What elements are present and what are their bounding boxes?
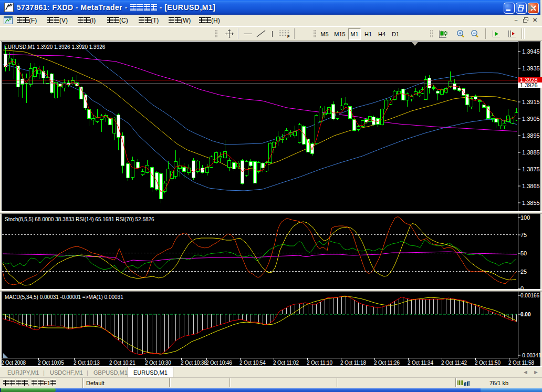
svg-text:2 Oct 10:05: 2 Oct 10:05	[38, 360, 64, 366]
svg-text:25: 25	[520, 269, 527, 275]
svg-text:2 Oct 11:50: 2 Oct 11:50	[475, 360, 501, 366]
svg-text:2 Oct 11:02: 2 Oct 11:02	[273, 360, 299, 366]
svg-text:75: 75	[520, 232, 527, 238]
svg-text:2 Oct 10:13: 2 Oct 10:13	[74, 360, 100, 366]
svg-text:2 Oct 11:10: 2 Oct 11:10	[307, 360, 332, 366]
svg-text:1.3905: 1.3905	[522, 116, 540, 122]
svg-text:1.3865: 1.3865	[522, 183, 540, 189]
svg-text:2 Oct 10:21: 2 Oct 10:21	[109, 360, 136, 366]
svg-text:1.3945: 1.3945	[522, 48, 540, 55]
svg-text:2 Oct 11:26: 2 Oct 11:26	[374, 360, 400, 366]
svg-text:2 Oct 10:30: 2 Oct 10:30	[145, 360, 171, 366]
svg-text:1.3875: 1.3875	[522, 166, 540, 172]
svg-text:F: F	[287, 35, 290, 38]
svg-text:2 Oct 11:58: 2 Oct 11:58	[508, 360, 534, 366]
svg-text:2 Oct 11:42: 2 Oct 11:42	[441, 360, 467, 366]
svg-text:Stoch(8,5,5) 68.0000 38.3833: Stoch(8,5,5) 68.0000 38.3833 RSI(14) 65.…	[5, 216, 154, 222]
svg-text:0.00166: 0.00166	[520, 293, 540, 298]
svg-text:100: 100	[520, 214, 530, 221]
svg-text:2 Oct 10:38: 2 Oct 10:38	[181, 360, 207, 366]
svg-text:1.3915: 1.3915	[522, 99, 540, 105]
svg-text:1.3855: 1.3855	[522, 200, 540, 206]
svg-text:2 Oct 11:18: 2 Oct 11:18	[340, 360, 366, 366]
svg-text:MACD(5,34,5) 0.00031 -0.00001: MACD(5,34,5) 0.00031 -0.00001 =>MA(1) 0.…	[5, 294, 123, 300]
svg-text:50: 50	[520, 250, 527, 256]
svg-text:-0.00341: -0.00341	[520, 353, 541, 358]
svg-text:1.3895: 1.3895	[522, 132, 540, 139]
svg-text:EURUSD,M1 1.3920 1.3926 1.392: EURUSD,M1 1.3920 1.3926 1.3920 1.3926	[4, 44, 106, 50]
svg-text:2 Oct 10:54: 2 Oct 10:54	[239, 360, 266, 366]
svg-text:0.00: 0.00	[520, 312, 531, 317]
svg-text:1.3926: 1.3926	[520, 82, 538, 88]
svg-text:2 Oct 10:46: 2 Oct 10:46	[206, 360, 232, 366]
svg-text:2 Oct 2008: 2 Oct 2008	[1, 360, 26, 366]
svg-text:1.3885: 1.3885	[522, 149, 540, 156]
svg-text:1.3935: 1.3935	[522, 65, 540, 71]
svg-text:2 Oct 11:34: 2 Oct 11:34	[408, 360, 433, 366]
